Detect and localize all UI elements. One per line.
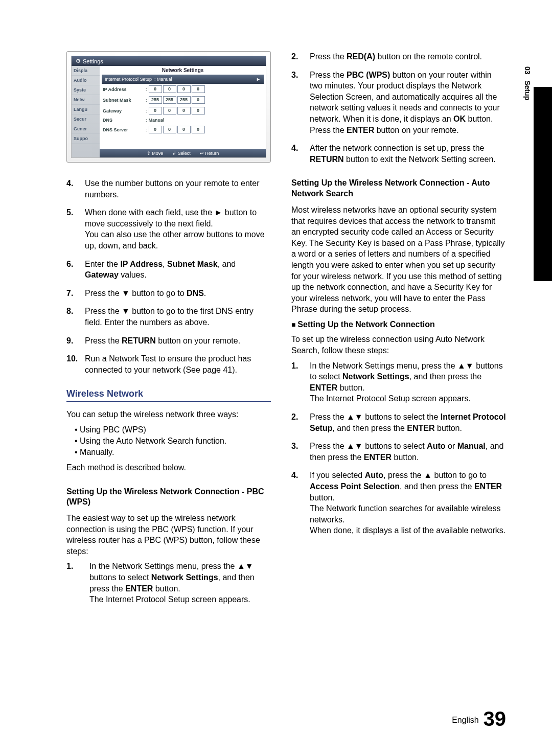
list-item: 2.Press the ▲▼ buttons to select the Int…: [291, 411, 506, 433]
sidebar-item: Suppo: [72, 134, 100, 144]
wireless-bullet-list: Using PBC (WPS)Using the Auto Network Se…: [66, 425, 271, 457]
settings-title: Settings: [83, 58, 103, 64]
list-item: 7.Press the ▼ button to go to DNS.: [66, 288, 271, 299]
ip-octet[interactable]: 0: [163, 85, 176, 93]
settings-screenshot: ⚙ Settings DisplaAudioSysteNetwLanguSecu…: [66, 51, 271, 163]
ip-octet[interactable]: 0: [149, 126, 162, 133]
left-step-list: 4.Use the number buttons on your remote …: [66, 178, 271, 375]
sidebar-item: Audio: [72, 76, 100, 85]
list-item: 3.Press the ▲▼ buttons to select Auto or…: [291, 441, 506, 463]
pbc-intro: The easiest way to set up the wireless n…: [66, 513, 271, 557]
list-item: 9.Press the RETURN button on your remote…: [66, 335, 271, 347]
chapter-label: Setup: [523, 80, 532, 100]
list-item: 1. In the Network Settings menu, press t…: [66, 561, 271, 605]
list-item: 5.When done with each field, use the ► b…: [66, 207, 271, 251]
pbc-step1-list: 1. In the Network Settings menu, press t…: [66, 561, 271, 605]
ip-octet[interactable]: 0: [163, 107, 176, 114]
list-item: 3.Press the PBC (WPS) button on your rou…: [291, 70, 506, 136]
wireless-intro: You can setup the wireless network three…: [66, 409, 271, 420]
list-item: 8.Press the ▼ button to go to the first …: [66, 306, 271, 328]
ip-octet[interactable]: 0: [149, 107, 162, 114]
chapter-number: 03: [523, 66, 532, 75]
auto-intro: To set up the wireless connection using …: [291, 334, 506, 356]
auto-bullet-head: Setting Up the Network Connection: [291, 319, 506, 330]
sidebar-item: Langu: [72, 105, 100, 114]
list-item: Using PBC (WPS): [75, 425, 271, 434]
auto-body: Most wireless networks have an optional …: [291, 204, 506, 315]
settings-titlebar: ⚙ Settings: [72, 56, 266, 66]
wireless-each: Each method is described below.: [66, 462, 271, 473]
ip-octet[interactable]: 0: [149, 85, 162, 93]
list-item: 6.Enter the IP Address, Subnet Mask, and…: [66, 259, 271, 281]
footer-lang: English: [452, 716, 478, 724]
list-item: 4.After the network connection is set up…: [291, 143, 506, 165]
list-item: Using the Auto Network Search function.: [75, 437, 271, 446]
sidebar-item: Netw: [72, 95, 100, 105]
ip-octet[interactable]: 0: [177, 85, 191, 93]
thumb-index-tab: [534, 87, 552, 281]
chapter-side-tab: 03 Setup: [523, 66, 532, 100]
sidebar-item: Gener: [72, 124, 100, 134]
pbc-head: Setting Up the Wireless Network Connecti…: [66, 487, 271, 508]
auto-head: Setting Up the Wireless Network Connecti…: [291, 178, 506, 199]
ip-octet[interactable]: 0: [192, 85, 205, 93]
ip-octet[interactable]: 0: [192, 96, 205, 104]
list-item: 4.If you selected Auto, press the ▲ butt…: [291, 470, 506, 536]
auto-step-list: 1.In the Network Settings menu, press th…: [291, 360, 506, 536]
gear-icon: ⚙: [76, 58, 81, 64]
ip-octet[interactable]: 255: [163, 96, 176, 104]
list-item: Manually.: [75, 448, 271, 457]
list-item: 2.Press the RED(A) button on the remote …: [291, 51, 506, 62]
ip-octet[interactable]: 0: [192, 126, 205, 133]
ip-octet[interactable]: 255: [177, 96, 191, 104]
ip-octet[interactable]: 0: [163, 126, 176, 133]
wireless-head: Wireless Network: [66, 388, 271, 402]
ip-octet[interactable]: 255: [149, 96, 162, 104]
sidebar-item: Displa: [72, 66, 100, 76]
ip-setup-dropdown[interactable]: Internet Protocol Setup : Manual ►: [102, 75, 264, 84]
page-number: 39: [484, 707, 507, 730]
ip-octet[interactable]: 0: [177, 126, 191, 133]
ip-octet[interactable]: 0: [192, 107, 205, 114]
list-item: 1.In the Network Settings menu, press th…: [291, 360, 506, 404]
right-step-list: 2.Press the RED(A) button on the remote …: [291, 51, 506, 165]
chevron-right-icon: ►: [256, 77, 261, 82]
page-footer: English 39: [452, 707, 506, 730]
list-item: 4.Use the number buttons on your remote …: [66, 178, 271, 200]
panel-title: Network Settings: [100, 66, 266, 75]
ip-octet[interactable]: 0: [177, 107, 191, 114]
settings-footer: ⇕ Move ↲ Select ↩ Return: [100, 149, 266, 157]
list-item: 10.Run a Network Test to ensure the prod…: [66, 353, 271, 375]
sidebar-item: Secur: [72, 114, 100, 124]
sidebar-item: Syste: [72, 85, 100, 95]
settings-sidebar: DisplaAudioSysteNetwLanguSecurGenerSuppo: [72, 66, 100, 157]
